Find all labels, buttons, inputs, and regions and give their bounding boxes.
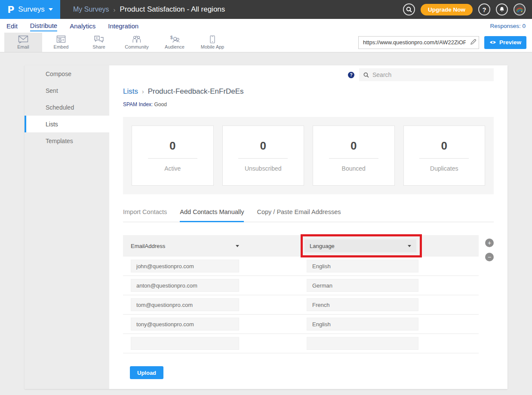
content-top-bar: ? bbox=[123, 68, 494, 81]
email-address-column-label: EmailAddress bbox=[131, 243, 165, 249]
product-switcher[interactable]: P Surveys bbox=[0, 0, 60, 19]
toolbar-item-embed[interactable]: Embed bbox=[42, 33, 80, 52]
search-button[interactable] bbox=[403, 3, 415, 15]
language-column-label: Language bbox=[310, 243, 335, 249]
search-icon bbox=[406, 6, 412, 12]
toolbar-item-email[interactable]: Email bbox=[4, 33, 42, 52]
list-breadcrumb: Lists › Product-Feedback-EnFrDeEs bbox=[123, 87, 494, 96]
notifications-button[interactable] bbox=[496, 3, 508, 15]
top-header: P Surveys My Surveys › Product Satisfact… bbox=[0, 0, 532, 19]
distribute-toolbar: Email Embed Share Community $ Audience M… bbox=[0, 33, 532, 52]
audience-icon: $ bbox=[169, 35, 180, 43]
stat-value: 0 bbox=[351, 139, 357, 153]
add-row-button[interactable]: + bbox=[485, 239, 494, 247]
help-button[interactable]: ? bbox=[478, 3, 490, 15]
email-address-column-dropdown[interactable]: EmailAddress bbox=[131, 243, 239, 249]
breadcrumb-my-surveys[interactable]: My Surveys bbox=[73, 6, 109, 13]
distribute-sidebar: Compose Sent Scheduled Lists Templates bbox=[25, 65, 109, 389]
breadcrumb: My Surveys › Product Satisfaction - All … bbox=[73, 0, 225, 19]
tab-import-contacts[interactable]: Import Contacts bbox=[123, 208, 167, 222]
toolbar-item-mobile-app[interactable]: Mobile App bbox=[194, 33, 231, 52]
toolbar-item-audience[interactable]: $ Audience bbox=[156, 33, 194, 52]
community-icon bbox=[132, 35, 142, 43]
language-input[interactable] bbox=[307, 260, 418, 273]
contact-row bbox=[123, 257, 479, 276]
survey-url-wrap bbox=[358, 36, 479, 49]
page-body: Compose Sent Scheduled Lists Templates ?… bbox=[0, 52, 532, 389]
share-icon bbox=[94, 35, 104, 43]
language-column-highlight: Language bbox=[301, 234, 422, 257]
toolbar-item-share[interactable]: Share bbox=[80, 33, 118, 52]
language-column-dropdown[interactable]: Language bbox=[304, 239, 416, 252]
upgrade-now-button[interactable]: Upgrade Now bbox=[421, 4, 473, 15]
email-input[interactable] bbox=[131, 337, 239, 350]
email-input[interactable] bbox=[131, 260, 239, 273]
stat-divider bbox=[419, 158, 469, 159]
page-title: Product Satisfaction - All regions bbox=[120, 5, 225, 14]
sidebar-item-templates[interactable]: Templates bbox=[25, 132, 109, 149]
sidebar-item-compose[interactable]: Compose bbox=[25, 65, 109, 82]
language-input[interactable] bbox=[307, 337, 418, 350]
email-input[interactable] bbox=[131, 318, 239, 331]
contacts-tabs: Import Contacts Add Contacts Manually Co… bbox=[123, 208, 494, 222]
tab-distribute[interactable]: Distribute bbox=[30, 20, 57, 31]
edit-url-pencil-icon[interactable] bbox=[470, 39, 477, 45]
user-avatar[interactable] bbox=[514, 3, 526, 15]
search-input[interactable] bbox=[372, 71, 489, 78]
preview-button[interactable]: Preview bbox=[484, 36, 526, 49]
survey-url-input[interactable] bbox=[358, 36, 479, 49]
language-input[interactable] bbox=[307, 318, 418, 331]
email-input[interactable] bbox=[131, 298, 239, 311]
tab-copy-paste-email-addresses[interactable]: Copy / Paste Email Addresses bbox=[257, 208, 341, 222]
tab-edit[interactable]: Edit bbox=[6, 21, 18, 31]
header-actions: Upgrade Now ? bbox=[403, 0, 532, 19]
contact-row bbox=[123, 295, 479, 315]
survey-section-nav: Edit Distribute Analytics Integration Re… bbox=[0, 19, 532, 33]
spam-index: SPAM Index: Good bbox=[123, 101, 494, 107]
sidebar-item-sent[interactable]: Sent bbox=[25, 82, 109, 99]
questionpro-logo-icon: P bbox=[7, 4, 14, 15]
breadcrumb-separator: › bbox=[114, 6, 116, 13]
chevron-down-icon bbox=[49, 8, 53, 11]
toolbar-item-label: Community bbox=[125, 44, 149, 49]
stat-card-bounced: 0 Bounced bbox=[313, 126, 395, 186]
sidebar-item-scheduled[interactable]: Scheduled bbox=[25, 99, 109, 116]
logo-label: Surveys bbox=[18, 5, 44, 14]
lists-link[interactable]: Lists bbox=[123, 87, 138, 96]
upload-button[interactable]: Upload bbox=[130, 366, 163, 379]
stat-label: Duplicates bbox=[430, 165, 458, 172]
contacts-table-header: EmailAddress Language bbox=[123, 235, 479, 257]
eye-icon bbox=[489, 40, 496, 45]
contact-row bbox=[123, 334, 479, 353]
toolbar-item-label: Email bbox=[17, 44, 29, 49]
tab-integration[interactable]: Integration bbox=[108, 21, 138, 31]
list-search-box bbox=[359, 68, 494, 81]
chevron-down-icon bbox=[408, 245, 411, 247]
remove-row-button[interactable]: − bbox=[485, 253, 494, 261]
language-input[interactable] bbox=[307, 279, 418, 292]
stat-divider bbox=[148, 158, 197, 159]
avatar-logo-icon bbox=[514, 4, 525, 15]
lists-content: ? Lists › Product-Feedback-EnFrDeEs SPAM… bbox=[109, 65, 507, 389]
toolbar-item-label: Mobile App bbox=[201, 44, 224, 49]
tab-analytics[interactable]: Analytics bbox=[70, 21, 95, 31]
stat-label: Active bbox=[164, 165, 181, 172]
email-input[interactable] bbox=[131, 279, 239, 292]
minus-icon: − bbox=[488, 253, 491, 261]
toolbar-item-community[interactable]: Community bbox=[118, 33, 156, 52]
svg-text:$: $ bbox=[170, 35, 173, 40]
row-actions: + − bbox=[485, 239, 494, 261]
toolbar-item-label: Embed bbox=[54, 44, 69, 49]
bell-icon bbox=[499, 6, 505, 12]
stat-divider bbox=[329, 158, 378, 159]
spam-index-value: Good bbox=[154, 101, 166, 107]
email-icon bbox=[18, 35, 28, 43]
question-mark-icon: ? bbox=[482, 6, 486, 13]
sidebar-item-lists[interactable]: Lists bbox=[25, 116, 109, 132]
language-input[interactable] bbox=[307, 298, 418, 311]
stat-value: 0 bbox=[441, 139, 447, 153]
stat-card-active: 0 Active bbox=[132, 126, 214, 186]
help-icon[interactable]: ? bbox=[348, 72, 354, 78]
chevron-down-icon bbox=[236, 245, 239, 247]
tab-add-contacts-manually[interactable]: Add Contacts Manually bbox=[180, 208, 244, 222]
